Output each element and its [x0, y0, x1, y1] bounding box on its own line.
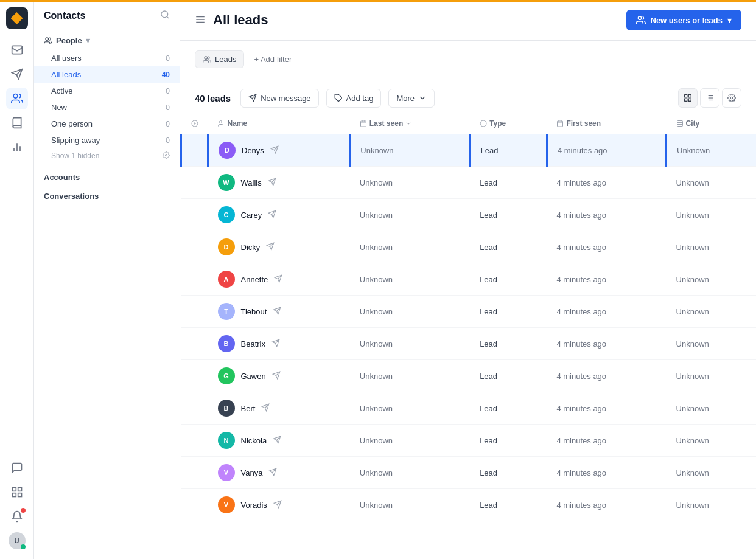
send-icon[interactable]: [273, 307, 281, 317]
user-avatar-btn[interactable]: U: [6, 530, 28, 552]
row-first-seen: 4 minutes ago: [547, 134, 666, 167]
new-users-button[interactable]: New users or leads ▾: [626, 10, 742, 30]
people-section[interactable]: People ▾: [34, 31, 180, 50]
send-icon[interactable]: [271, 339, 280, 349]
leads-filter-tag[interactable]: Leads: [195, 50, 244, 68]
row-name-cell[interactable]: G Gawen: [208, 360, 350, 392]
icon-bar: U: [0, 0, 34, 559]
table-row[interactable]: D Dicky Unknown Lead 4 minutes ago Unkno…: [181, 231, 757, 263]
settings-icon[interactable]: [163, 151, 170, 161]
row-selector[interactable]: [181, 489, 208, 521]
row-name-cell[interactable]: W Wallis: [208, 167, 350, 199]
row-selector[interactable]: [181, 457, 208, 489]
grid-view-btn[interactable]: [678, 88, 698, 108]
send-icon[interactable]: [273, 436, 281, 446]
send-icon[interactable]: [274, 274, 282, 285]
row-name-cell[interactable]: A Annette: [208, 263, 350, 296]
table-row[interactable]: V Vanya Unknown Lead 4 minutes ago Unkno…: [181, 457, 757, 489]
apps-icon-btn[interactable]: [6, 481, 28, 503]
settings-view-btn[interactable]: [722, 88, 741, 108]
send-icon[interactable]: [268, 178, 276, 188]
knowledge-icon-btn[interactable]: [6, 112, 28, 134]
accounts-section[interactable]: Accounts: [34, 168, 180, 187]
reports-icon-btn[interactable]: [6, 136, 28, 158]
nav-item-label: New: [51, 103, 67, 112]
send-icon[interactable]: [268, 468, 277, 478]
send-icon[interactable]: [273, 500, 282, 510]
row-name-cell[interactable]: T Tiebout: [208, 296, 350, 328]
contacts-icon-btn[interactable]: [6, 88, 28, 109]
table-row[interactable]: A Annette Unknown Lead 4 minutes ago Unk…: [181, 263, 757, 296]
row-city: Unknown: [667, 134, 756, 167]
table-row[interactable]: B Bert Unknown Lead 4 minutes ago Unknow…: [181, 392, 757, 425]
row-selector[interactable]: [181, 231, 208, 263]
table-row[interactable]: D Denys Unknown Lead 4 minutes ago Unkno…: [181, 134, 757, 167]
inbox-icon-btn[interactable]: [6, 39, 28, 61]
row-name-cell[interactable]: B Beatrix: [208, 328, 350, 360]
row-selector[interactable]: [181, 134, 208, 167]
sidebar-item-new[interactable]: New 0: [34, 99, 180, 116]
sidebar-item-all-users[interactable]: All users 0: [34, 50, 180, 66]
send-icon[interactable]: [266, 242, 275, 252]
chat-icon-btn[interactable]: [6, 457, 28, 479]
row-selector[interactable]: [181, 199, 208, 231]
th-last-seen[interactable]: Last seen: [350, 113, 470, 134]
table-row[interactable]: N Nickola Unknown Lead 4 minutes ago Unk…: [181, 425, 757, 457]
row-selector[interactable]: [181, 392, 208, 425]
nav-item-count: 0: [166, 136, 170, 145]
row-type: Lead: [470, 296, 547, 328]
send-icon[interactable]: [261, 403, 270, 414]
row-name-cell[interactable]: V Voradis: [208, 489, 350, 521]
more-button[interactable]: More: [388, 89, 435, 108]
row-name-cell[interactable]: D Dicky: [208, 231, 350, 263]
row-selector[interactable]: [181, 296, 208, 328]
lead-name: Wallis: [241, 178, 262, 187]
outbox-icon-btn[interactable]: [6, 63, 28, 85]
app-logo: [6, 7, 28, 29]
row-city: Unknown: [667, 199, 756, 231]
search-icon[interactable]: [160, 10, 170, 21]
avatar: C: [218, 206, 235, 223]
notifications-icon-btn[interactable]: [6, 505, 28, 527]
table-row[interactable]: C Carey Unknown Lead 4 minutes ago Unkno…: [181, 199, 757, 231]
sidebar-item-active[interactable]: Active 0: [34, 83, 180, 99]
conversations-section[interactable]: Conversations: [34, 187, 180, 206]
people-label: People: [56, 36, 82, 45]
send-icon[interactable]: [272, 371, 281, 381]
row-first-seen: 4 minutes ago: [547, 425, 666, 457]
table-row[interactable]: G Gawen Unknown Lead 4 minutes ago Unkno…: [181, 360, 757, 392]
add-filter-btn[interactable]: + Add filter: [249, 51, 296, 68]
row-name-cell[interactable]: N Nickola: [208, 425, 350, 457]
table-row[interactable]: V Voradis Unknown Lead 4 minutes ago Unk…: [181, 489, 757, 521]
table-row[interactable]: W Wallis Unknown Lead 4 minutes ago Unkn…: [181, 167, 757, 199]
row-last-seen: Unknown: [350, 457, 470, 489]
svg-rect-6: [18, 488, 21, 491]
avatar: N: [218, 432, 235, 449]
row-selector[interactable]: [181, 328, 208, 360]
row-selector[interactable]: [181, 263, 208, 296]
sidebar-item-slipping-away[interactable]: Slipping away 0: [34, 132, 180, 148]
row-selector[interactable]: [181, 425, 208, 457]
row-name-cell[interactable]: D Denys: [208, 134, 350, 167]
table-row[interactable]: T Tiebout Unknown Lead 4 minutes ago Unk…: [181, 296, 757, 328]
list-view-btn[interactable]: [700, 88, 719, 108]
svg-point-11: [46, 37, 49, 40]
nav-item-count: 0: [166, 54, 170, 63]
send-icon[interactable]: [268, 210, 276, 220]
menu-icon[interactable]: [195, 14, 206, 27]
row-selector[interactable]: [181, 167, 208, 199]
send-icon[interactable]: [270, 145, 279, 156]
new-message-button[interactable]: New message: [240, 89, 318, 108]
row-name-cell[interactable]: B Bert: [208, 392, 350, 425]
row-name-cell[interactable]: V Vanya: [208, 457, 350, 489]
row-selector[interactable]: [181, 360, 208, 392]
add-tag-button[interactable]: Add tag: [326, 89, 382, 108]
sidebar-item-all-leads[interactable]: All leads 40: [34, 66, 180, 83]
chevron-down-icon: ▾: [86, 36, 90, 45]
show-hidden-label[interactable]: Show 1 hidden: [51, 151, 99, 160]
row-first-seen: 4 minutes ago: [547, 296, 666, 328]
row-name-cell[interactable]: C Carey: [208, 199, 350, 231]
lead-name: Carey: [241, 210, 262, 220]
sidebar-item-one-person[interactable]: One person 0: [34, 116, 180, 132]
table-row[interactable]: B Beatrix Unknown Lead 4 minutes ago Unk…: [181, 328, 757, 360]
